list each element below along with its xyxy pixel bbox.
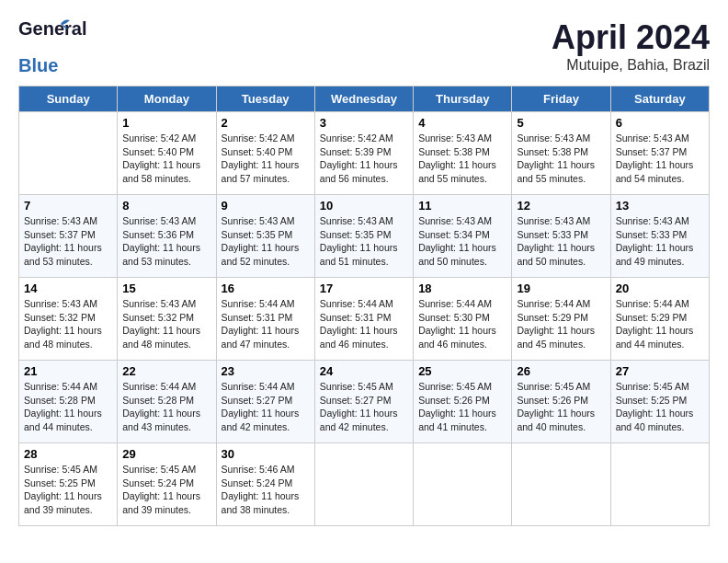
calendar-cell: 28Sunrise: 5:45 AMSunset: 5:25 PMDayligh… — [19, 443, 118, 526]
cell-daylight-info: Sunrise: 5:43 AMSunset: 5:36 PMDaylight:… — [122, 214, 210, 269]
date-number: 30 — [222, 447, 310, 461]
calendar-cell — [314, 443, 413, 526]
cell-daylight-info: Sunrise: 5:43 AMSunset: 5:37 PMDaylight:… — [616, 132, 704, 186]
date-number: 5 — [517, 116, 605, 130]
day-header-row: SundayMondayTuesdayWednesdayThursdayFrid… — [19, 86, 710, 112]
date-number: 4 — [418, 116, 506, 130]
date-number: 25 — [418, 364, 506, 378]
date-number: 26 — [517, 364, 605, 378]
date-number: 21 — [24, 364, 112, 378]
calendar-cell — [610, 443, 709, 526]
calendar-cell: 7Sunrise: 5:43 AMSunset: 5:37 PMDaylight… — [19, 195, 118, 278]
day-header-wednesday: Wednesday — [314, 86, 413, 112]
date-number: 6 — [616, 116, 704, 130]
calendar-cell: 26Sunrise: 5:45 AMSunset: 5:26 PMDayligh… — [512, 361, 610, 443]
date-number: 17 — [320, 282, 408, 295]
date-number: 19 — [517, 282, 605, 295]
date-number: 16 — [222, 282, 310, 295]
logo-blue: Blue — [18, 55, 58, 76]
date-number: 7 — [24, 199, 112, 213]
date-number: 13 — [616, 199, 704, 213]
date-number: 10 — [320, 199, 408, 213]
calendar-week-3: 14Sunrise: 5:43 AMSunset: 5:32 PMDayligh… — [19, 278, 710, 361]
cell-daylight-info: Sunrise: 5:45 AMSunset: 5:27 PMDaylight:… — [320, 380, 408, 434]
calendar-cell: 10Sunrise: 5:43 AMSunset: 5:35 PMDayligh… — [314, 195, 413, 278]
calendar-cell: 8Sunrise: 5:43 AMSunset: 5:36 PMDaylight… — [118, 195, 216, 278]
date-number: 11 — [418, 199, 506, 213]
cell-daylight-info: Sunrise: 5:43 AMSunset: 5:32 PMDaylight:… — [24, 297, 112, 351]
date-number: 23 — [222, 364, 310, 378]
date-number: 24 — [320, 364, 408, 378]
cell-daylight-info: Sunrise: 5:44 AMSunset: 5:28 PMDaylight:… — [24, 380, 112, 434]
cell-daylight-info: Sunrise: 5:45 AMSunset: 5:26 PMDaylight:… — [517, 380, 605, 434]
page-header: General Blue April 2024 Mutuipe, Bahia, … — [18, 18, 710, 76]
calendar-week-5: 28Sunrise: 5:45 AMSunset: 5:25 PMDayligh… — [19, 443, 710, 526]
cell-daylight-info: Sunrise: 5:44 AMSunset: 5:29 PMDaylight:… — [517, 297, 605, 351]
calendar-cell: 3Sunrise: 5:42 AMSunset: 5:39 PMDaylight… — [314, 112, 413, 195]
cell-daylight-info: Sunrise: 5:42 AMSunset: 5:40 PMDaylight:… — [222, 132, 310, 186]
calendar-cell: 2Sunrise: 5:42 AMSunset: 5:40 PMDaylight… — [216, 112, 314, 195]
calendar-cell: 1Sunrise: 5:42 AMSunset: 5:40 PMDaylight… — [118, 112, 216, 195]
calendar-cell: 5Sunrise: 5:43 AMSunset: 5:38 PMDaylight… — [512, 112, 610, 195]
cell-daylight-info: Sunrise: 5:45 AMSunset: 5:25 PMDaylight:… — [616, 380, 704, 434]
cell-daylight-info: Sunrise: 5:42 AMSunset: 5:39 PMDaylight:… — [320, 132, 408, 186]
date-number: 9 — [222, 199, 310, 213]
date-number: 12 — [517, 199, 605, 213]
cell-daylight-info: Sunrise: 5:43 AMSunset: 5:38 PMDaylight:… — [517, 132, 605, 186]
day-header-friday: Friday — [512, 86, 610, 112]
calendar-title: April 2024 — [552, 18, 710, 57]
date-number: 2 — [222, 116, 310, 130]
calendar-cell: 9Sunrise: 5:43 AMSunset: 5:35 PMDaylight… — [216, 195, 314, 278]
cell-daylight-info: Sunrise: 5:43 AMSunset: 5:33 PMDaylight:… — [616, 214, 704, 269]
calendar-cell: 21Sunrise: 5:44 AMSunset: 5:28 PMDayligh… — [19, 361, 118, 443]
logo-bird-icon — [51, 17, 72, 37]
calendar-cell: 14Sunrise: 5:43 AMSunset: 5:32 PMDayligh… — [19, 278, 118, 361]
day-header-saturday: Saturday — [610, 86, 709, 112]
date-number: 14 — [24, 282, 112, 295]
calendar-cell: 18Sunrise: 5:44 AMSunset: 5:30 PMDayligh… — [414, 278, 512, 361]
day-header-thursday: Thursday — [414, 86, 512, 112]
date-number: 15 — [122, 282, 210, 295]
calendar-cell: 4Sunrise: 5:43 AMSunset: 5:38 PMDaylight… — [414, 112, 512, 195]
calendar-cell — [19, 112, 118, 195]
calendar-cell: 6Sunrise: 5:43 AMSunset: 5:37 PMDaylight… — [610, 112, 709, 195]
cell-daylight-info: Sunrise: 5:43 AMSunset: 5:32 PMDaylight:… — [122, 297, 210, 351]
calendar-subtitle: Mutuipe, Bahia, Brazil — [552, 57, 710, 74]
cell-daylight-info: Sunrise: 5:43 AMSunset: 5:35 PMDaylight:… — [320, 214, 408, 269]
cell-daylight-info: Sunrise: 5:44 AMSunset: 5:31 PMDaylight:… — [222, 297, 310, 351]
date-number: 3 — [320, 116, 408, 130]
title-section: April 2024 Mutuipe, Bahia, Brazil — [552, 18, 710, 74]
calendar-cell: 25Sunrise: 5:45 AMSunset: 5:26 PMDayligh… — [414, 361, 512, 443]
day-header-tuesday: Tuesday — [216, 86, 314, 112]
calendar-cell — [414, 443, 512, 526]
cell-daylight-info: Sunrise: 5:43 AMSunset: 5:34 PMDaylight:… — [418, 214, 506, 269]
cell-daylight-info: Sunrise: 5:44 AMSunset: 5:29 PMDaylight:… — [616, 297, 704, 351]
calendar-cell: 16Sunrise: 5:44 AMSunset: 5:31 PMDayligh… — [216, 278, 314, 361]
day-header-sunday: Sunday — [19, 86, 118, 112]
cell-daylight-info: Sunrise: 5:44 AMSunset: 5:30 PMDaylight:… — [418, 297, 506, 351]
logo: General Blue — [18, 18, 63, 76]
calendar-cell: 15Sunrise: 5:43 AMSunset: 5:32 PMDayligh… — [118, 278, 216, 361]
cell-daylight-info: Sunrise: 5:42 AMSunset: 5:40 PMDaylight:… — [122, 132, 210, 186]
calendar-week-1: 1Sunrise: 5:42 AMSunset: 5:40 PMDaylight… — [19, 112, 710, 195]
date-number: 1 — [122, 116, 210, 130]
calendar-table: SundayMondayTuesdayWednesdayThursdayFrid… — [18, 86, 710, 526]
cell-daylight-info: Sunrise: 5:45 AMSunset: 5:24 PMDaylight:… — [122, 463, 210, 517]
calendar-cell: 27Sunrise: 5:45 AMSunset: 5:25 PMDayligh… — [610, 361, 709, 443]
calendar-week-2: 7Sunrise: 5:43 AMSunset: 5:37 PMDaylight… — [19, 195, 710, 278]
cell-daylight-info: Sunrise: 5:46 AMSunset: 5:24 PMDaylight:… — [222, 463, 310, 517]
date-number: 20 — [616, 282, 704, 295]
date-number: 22 — [122, 364, 210, 378]
cell-daylight-info: Sunrise: 5:43 AMSunset: 5:37 PMDaylight:… — [24, 214, 112, 269]
calendar-cell — [512, 443, 610, 526]
cell-daylight-info: Sunrise: 5:44 AMSunset: 5:28 PMDaylight:… — [122, 380, 210, 434]
cell-daylight-info: Sunrise: 5:44 AMSunset: 5:31 PMDaylight:… — [320, 297, 408, 351]
date-number: 29 — [122, 447, 210, 461]
calendar-cell: 29Sunrise: 5:45 AMSunset: 5:24 PMDayligh… — [118, 443, 216, 526]
date-number: 27 — [616, 364, 704, 378]
cell-daylight-info: Sunrise: 5:45 AMSunset: 5:25 PMDaylight:… — [24, 463, 112, 517]
cell-daylight-info: Sunrise: 5:44 AMSunset: 5:27 PMDaylight:… — [222, 380, 310, 434]
calendar-cell: 17Sunrise: 5:44 AMSunset: 5:31 PMDayligh… — [314, 278, 413, 361]
calendar-cell: 23Sunrise: 5:44 AMSunset: 5:27 PMDayligh… — [216, 361, 314, 443]
calendar-cell: 30Sunrise: 5:46 AMSunset: 5:24 PMDayligh… — [216, 443, 314, 526]
